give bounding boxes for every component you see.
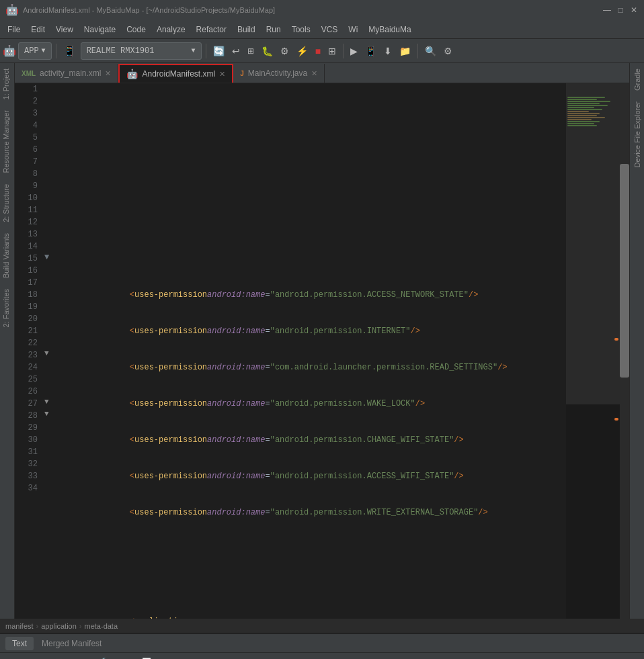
breadcrumb-manifest[interactable]: manifest: [5, 622, 34, 630]
menu-edit[interactable]: Edit: [26, 23, 50, 36]
editor-area: XML activity_main.xml ✕ 🤖 AndroidManifes…: [15, 63, 629, 619]
stop-button[interactable]: ■: [313, 42, 323, 60]
tab-text[interactable]: Text: [5, 637, 34, 650]
tabs-bar: XML activity_main.xml ✕ 🤖 AndroidManifes…: [15, 63, 629, 83]
code-line-7: <uses-permission android:name="android.p…: [62, 325, 624, 337]
window-title: AndroidManifest.xml - MyBaiduMap - [~/An…: [23, 6, 275, 14]
menu-build[interactable]: Build: [233, 23, 260, 36]
terminal-icon[interactable]: ▶: [348, 42, 360, 60]
code-line-9: <uses-permission android:name="android.p…: [62, 398, 624, 410]
menu-refactor[interactable]: Refactor: [192, 23, 231, 36]
maximize-button[interactable]: □: [616, 5, 625, 15]
tab-activity-main[interactable]: XML activity_main.xml ✕: [15, 64, 118, 83]
tab-androidmanifest[interactable]: 🤖 AndroidManifest.xml ✕: [118, 64, 233, 83]
breadcrumb-sep-1: ›: [36, 622, 39, 630]
tab-androidmanifest-close[interactable]: ✕: [219, 70, 225, 79]
menu-bar: File Edit View Navigate Code Analyze Ref…: [0, 20, 644, 39]
toolbar: 🤖 APP ▼ 📱 REALME RMX1901 ▼ 🔄 ↩ ⊞ 🐛 ⚙ ⚡ ■…: [0, 39, 644, 63]
tab-mainactivity-label: MainActivity.java: [248, 69, 307, 78]
tool-eventlog[interactable]: ⚠ 1 Event Log: [296, 656, 354, 659]
gradle-button[interactable]: ⊞: [325, 42, 339, 60]
tool-layoutinspector[interactable]: ⊞ Layout Inspector: [359, 656, 430, 659]
right-panel-labels: Gradle Device File Explorer: [629, 63, 644, 619]
settings-button[interactable]: ⚙: [441, 42, 455, 60]
run-coverage[interactable]: ⚡: [294, 42, 311, 60]
bottom-tabs: Text Merged Manifest: [0, 633, 644, 652]
phone-icon[interactable]: 📱: [61, 42, 79, 60]
code-line-2: [62, 144, 624, 156]
minimap: [566, 83, 620, 619]
sync-button[interactable]: 🔄: [210, 42, 227, 60]
profile-button[interactable]: ⚙: [278, 42, 292, 60]
avd-button[interactable]: 📱: [362, 42, 379, 60]
breadcrumb-sep-2: ›: [79, 622, 82, 630]
minimap-colors: [566, 97, 620, 619]
undo-button[interactable]: ↩: [229, 42, 243, 60]
menu-analyze[interactable]: Analyze: [152, 23, 190, 36]
menu-tools[interactable]: Tools: [287, 23, 315, 36]
device-explorer-button[interactable]: 📁: [397, 42, 413, 60]
menu-navigate[interactable]: Navigate: [79, 23, 120, 36]
sidebar-item-favorites[interactable]: 2: Favorites: [0, 283, 14, 333]
app-selector[interactable]: APP ▼: [18, 42, 52, 60]
tab-activity-main-label: activity_main.xml: [40, 69, 101, 78]
code-line-15: <application: [62, 615, 624, 619]
fold-marker-23[interactable]: ▼: [44, 349, 49, 357]
menu-mybaidumap[interactable]: MyBaiduMa: [364, 23, 415, 36]
breadcrumb-bar: manifest › application › meta-data: [0, 619, 644, 633]
search-everywhere-button[interactable]: 🔍: [422, 42, 439, 60]
code-line-4: [62, 216, 624, 228]
breadcrumb-meta-data[interactable]: meta-data: [85, 622, 118, 630]
fold-marker-15[interactable]: ▼: [44, 253, 49, 262]
debug-icon[interactable]: 🐛: [259, 42, 276, 60]
title-bar: 🤖 AndroidManifest.xml - MyBaiduMap - [~/…: [0, 0, 644, 20]
breadcrumb-application[interactable]: application: [41, 622, 77, 630]
sidebar-item-resource[interactable]: Resource Manager: [0, 105, 14, 179]
layout-button[interactable]: ⊞: [245, 42, 257, 60]
tool-windows-bar: ▶ 4: Run ☑ TODO 🔨 Build 📊 Profiler ≡ 6: …: [0, 652, 644, 659]
menu-vcs[interactable]: VCS: [317, 23, 343, 36]
tool-terminal[interactable]: ▶_ Terminal: [241, 656, 290, 659]
tab-mainactivity[interactable]: J MainActivity.java ✕: [233, 64, 325, 83]
android-icon[interactable]: 🤖: [3, 44, 16, 58]
close-button[interactable]: ✕: [629, 5, 639, 15]
app-dropdown-icon: ▼: [42, 47, 46, 54]
menu-run[interactable]: Run: [261, 23, 286, 36]
sidebar-item-structure[interactable]: 2: Structure: [0, 179, 14, 228]
tool-logcat[interactable]: ≡ 6: Logcat: [187, 657, 236, 660]
menu-wi[interactable]: Wi: [344, 23, 362, 36]
fold-marker-28[interactable]: ▼: [44, 410, 49, 418]
xml-icon: XML: [22, 70, 36, 77]
tool-build[interactable]: 🔨 Build: [96, 656, 132, 659]
tool-run[interactable]: ▶ 4: Run: [4, 656, 46, 659]
device-dropdown-icon: ▼: [192, 47, 196, 54]
sidebar-item-buildvariants[interactable]: Build Variants: [0, 228, 14, 283]
sidebar-item-project[interactable]: 1: Project: [0, 63, 14, 105]
tab-androidmanifest-label: AndroidManifest.xml: [142, 69, 215, 79]
toolbar-separator-2: [206, 44, 206, 58]
tool-todo[interactable]: ☑ TODO: [52, 656, 91, 659]
code-editor[interactable]: 12345 678910 1112131415 1617181920 21222…: [15, 83, 629, 619]
menu-view[interactable]: View: [51, 23, 78, 36]
sdk-button[interactable]: ⬇: [381, 42, 395, 60]
tab-mainactivity-close[interactable]: ✕: [311, 69, 317, 78]
fold-marker-27[interactable]: ▼: [44, 398, 49, 406]
java-icon: J: [240, 70, 244, 77]
main-layout: 1: Project Resource Manager 2: Structure…: [0, 63, 644, 619]
menu-code[interactable]: Code: [122, 23, 151, 36]
sidebar-item-devicefile[interactable]: Device File Explorer: [632, 96, 643, 173]
tool-profiler[interactable]: 📊 Profiler: [138, 656, 182, 659]
menu-file[interactable]: File: [3, 23, 25, 36]
minimize-button[interactable]: —: [602, 5, 612, 15]
scrollbar-thumb[interactable]: [620, 164, 629, 378]
code-line-8: <uses-permission android:name="com.andro…: [62, 361, 624, 374]
toolbar-separator-3: [343, 44, 344, 58]
tab-activity-main-close[interactable]: ✕: [105, 69, 111, 78]
device-selector[interactable]: REALME RMX1901 ▼: [81, 42, 202, 60]
vertical-scrollbar[interactable]: [620, 83, 629, 619]
window-controls: — □ ✕: [602, 5, 639, 15]
code-line-1: [62, 107, 624, 120]
code-content: <uses-permission android:name="android.p…: [56, 83, 629, 619]
sidebar-item-gradle[interactable]: Gradle: [632, 63, 643, 96]
tab-merged-manifest[interactable]: Merged Manifest: [35, 637, 108, 650]
